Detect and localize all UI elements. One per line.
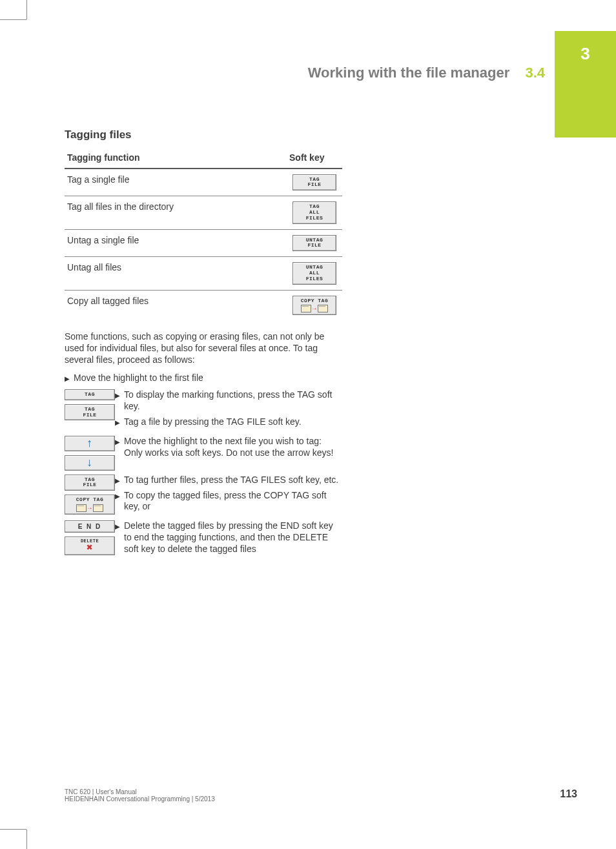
softkey-column: TAGTAGFILE [65,389,115,420]
bullet-icon [115,389,124,413]
softkey-icon: TAGFILE [293,174,336,191]
instruction-row: E N DDELETE✖Delete the tagged files by p… [65,520,342,559]
running-header-title: Working with the file manager [308,65,510,81]
bullet-icon [115,490,124,513]
instruction-step: To copy the tagged files, press the COPY… [115,490,342,513]
tagging-table: Tagging function Soft key Tag a single f… [65,150,342,322]
step-text: To copy the tagged files, press the COPY… [124,490,342,513]
table-row: Tag a single fileTAGFILE [65,169,342,196]
softkey-column: E N DDELETE✖ [65,520,115,555]
softkey-column: TAGFILECOPY TAG→ [65,475,115,515]
softkey-icon: TAGFILE [65,475,115,491]
softkey-icon: DELETE✖ [65,537,115,555]
instruction-row: TAGFILECOPY TAG→To tag further files, pr… [65,475,342,517]
instruction-step: To tag further files, press the TAG FILE… [115,475,342,486]
step-first-text: Move the highlight to the first file [74,373,342,384]
fn-cell: Tag all files in the directory [65,196,287,229]
bullet-icon [115,436,124,459]
step-text: Tag a file by pressing the TAG FILE soft… [124,416,342,428]
instruction-row: TAGTAGFILETo display the marking functio… [65,389,342,432]
footer-line1: TNC 620 | User's Manual [65,788,577,795]
softkey-icon: UNTAGFILE [293,235,336,252]
table-row: Untag a single fileUNTAGFILE [65,229,342,257]
fn-cell: Copy all tagged files [65,290,287,321]
softkey-icon: TAG [65,389,115,400]
key-cell: TAGFILE [287,169,342,196]
step-text: Move the highlight to the next file you … [124,436,342,459]
footer-line2: HEIDENHAIN Conversational Programming | … [65,795,577,803]
softkey-icon: ↑ [65,436,115,451]
table-row: Copy all tagged filesCOPY TAG→ [65,290,342,321]
chapter-tab: 3 [555,31,616,138]
table-row: Tag all files in the directoryTAGALLFILE… [65,196,342,229]
softkey-icon: COPY TAG→ [293,296,336,316]
step-text: To display the marking functions, press … [124,389,342,413]
softkey-icon: COPY TAG→ [65,495,115,515]
softkey-icon: E N D [65,520,115,533]
intro-paragraph: Some functions, such as copying or erasi… [65,331,342,366]
fn-cell: Tag a single file [65,169,287,196]
chapter-number: 3 [555,44,616,64]
instruction-step: Move the highlight to the next file you … [115,436,342,459]
softkey-icon: ↓ [65,455,115,471]
instruction-text: To tag further files, press the TAG FILE… [115,475,342,517]
running-header-section: 3.4 [525,65,545,81]
section-heading: Tagging files [65,128,342,142]
instruction-step: To display the marking functions, press … [115,389,342,413]
page-number: 113 [560,788,577,800]
instruction-text: Move the highlight to the next file you … [115,436,342,463]
fn-cell: Untag all files [65,257,287,290]
step-text: Delete the tagged files by pressing the … [124,520,342,555]
softkey-icon: UNTAGALLFILES [293,262,336,284]
step-text: To tag further files, press the TAG FILE… [124,475,342,486]
key-cell: COPY TAG→ [287,290,342,321]
col-function: Tagging function [65,150,287,169]
softkey-icon: TAGALLFILES [293,201,336,223]
table-row: Untag all filesUNTAGALLFILES [65,257,342,290]
page-content: Tagging files Tagging function Soft key … [65,128,342,563]
key-cell: UNTAGFILE [287,229,342,257]
step-first: Move the highlight to the first file [65,373,342,384]
instruction-row: ↑↓Move the highlight to the next file yo… [65,436,342,471]
key-cell: UNTAGALLFILES [287,257,342,290]
fn-cell: Untag a single file [65,229,287,257]
instruction-step: Delete the tagged files by pressing the … [115,520,342,555]
running-header: Working with the file manager 3.4 [65,65,545,81]
bullet-icon [115,475,124,486]
bullet-icon [65,373,74,384]
col-softkey: Soft key [287,150,342,169]
instruction-text: To display the marking functions, press … [115,389,342,432]
bullet-icon [115,416,124,428]
instruction-step: Tag a file by pressing the TAG FILE soft… [115,416,342,428]
softkey-column: ↑↓ [65,436,115,471]
page-footer: 113 TNC 620 | User's Manual HEIDENHAIN C… [65,788,577,803]
instruction-text: Delete the tagged files by pressing the … [115,520,342,559]
softkey-icon: TAGFILE [65,404,115,421]
bullet-icon [115,520,124,555]
key-cell: TAGALLFILES [287,196,342,229]
